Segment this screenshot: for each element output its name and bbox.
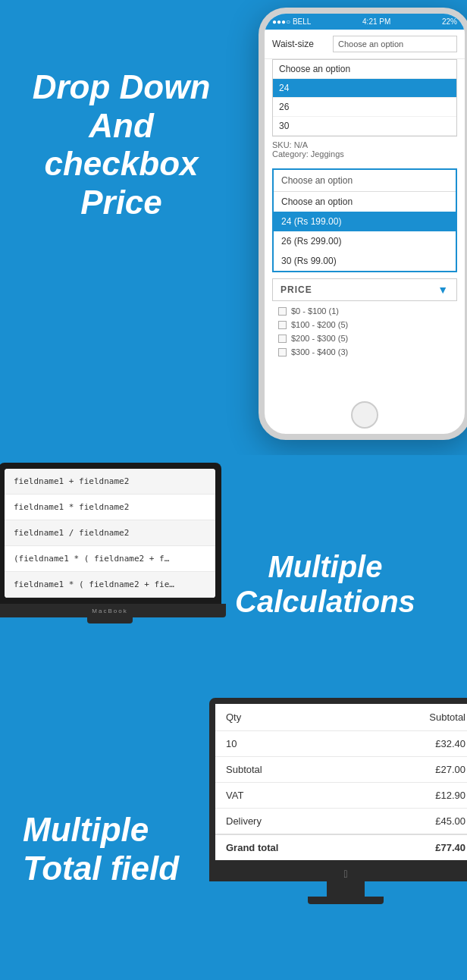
heading-line2: And [89,107,154,144]
laptop-brand: MacBook [92,608,127,614]
monitor-stand-bottom [308,897,384,904]
open-dropdown-header: Choose an option [274,170,456,192]
waist-dropdown-list: Choose an option 24 26 30 [272,59,457,137]
phone-content: Waist-size Choose an option Choose an op… [265,30,465,396]
section-total: Multiple Total field Qty Subtotal 10 £32… [0,713,467,980]
row4-label: Grand total [215,834,362,860]
heading-line3: checkbox [45,145,199,182]
col-qty: Qty [215,704,362,731]
dropdown-item-26[interactable]: 26 [273,98,456,117]
table-row: Delivery £45.00 [215,809,467,835]
open-item-choose[interactable]: Choose an option [274,192,456,212]
category: Category: Jeggings [272,149,457,159]
total-line1: Multiple [23,811,149,848]
price-arrow-icon: ▼ [437,284,449,296]
price-item-0[interactable]: $0 - $100 (1) [272,304,457,318]
price-label: PRICE [281,284,312,295]
monitor-mockup: Qty Subtotal 10 £32.40 Subtotal £27.00 V… [209,698,467,904]
waist-label: Waist-size [272,39,333,49]
phone-status-bar: ●●●○ BELL 4:21 PM 22% [265,14,465,30]
laptop-mockup: fieldname1 + fieldname2 fieldname1 * fie… [0,463,227,623]
row0-value: £32.40 [362,731,468,757]
price-section: PRICE ▼ $0 - $100 (1) $100 - $200 (5) $2… [272,278,457,359]
home-circle [351,401,378,429]
laptop-screen: fieldname1 + fieldname2 fieldname1 * fie… [0,463,221,604]
waist-select-value: Choose an option [338,39,403,49]
laptop-stand [87,617,133,623]
laptop-base: MacBook [0,604,226,617]
heading-line1: Drop Down [33,68,211,105]
code-line-1: fieldname1 * fieldname2 [5,495,215,520]
phone-home-button[interactable] [265,396,465,434]
price-option-1: $100 - $200 (5) [291,320,348,329]
calc-heading: Multiple Calculations [220,534,431,634]
waist-select[interactable]: Choose an option [333,36,457,52]
dropdown-heading: Drop Down And checkbox Price [0,23,235,237]
code-line-2: fieldname1 / fieldname2 [5,520,215,546]
calc-line1: Multiple [268,550,382,583]
waist-size-row: Waist-size Choose an option [265,30,465,59]
battery: 22% [442,17,457,26]
monitor-stand-top [327,881,365,897]
table-row: VAT £12.90 [215,783,467,809]
checkbox-0[interactable] [278,307,287,316]
apple-icon:  [343,868,347,880]
open-dropdown: Choose an option Choose an option 24 (Rs… [272,168,457,272]
row1-value: £27.00 [362,757,468,783]
carrier: ●●●○ BELL [272,17,311,26]
price-option-0: $0 - $100 (1) [291,306,339,316]
sku: SKU: N/A [272,140,457,149]
price-item-1[interactable]: $100 - $200 (5) [272,318,457,331]
price-option-3: $300 - $400 (3) [291,347,348,357]
row3-label: Delivery [215,809,362,835]
laptop-screen-inner: fieldname1 + fieldname2 fieldname1 * fie… [5,469,215,598]
row3-value: £45.00 [362,809,468,835]
row4-value: £77.40 [362,834,468,860]
checkbox-3[interactable] [278,348,287,357]
open-item-24[interactable]: 24 (Rs 199.00) [274,212,456,231]
total-heading: Multiple Total field [0,796,212,903]
row0-label: 10 [215,731,362,757]
phone-mockup: ●●●○ BELL 4:21 PM 22% Waist-size Choose … [259,8,467,440]
monitor-base:  [209,866,467,881]
monitor-screen: Qty Subtotal 10 £32.40 Subtotal £27.00 V… [209,698,467,866]
price-option-2: $200 - $300 (5) [291,334,348,343]
total-line2: Total field [23,850,179,887]
open-item-30[interactable]: 30 (Rs 99.00) [274,251,456,271]
section-calc: fieldname1 + fieldname2 fieldname1 * fie… [0,455,467,713]
table-row: Subtotal £27.00 [215,757,467,783]
section-dropdown: Drop Down And checkbox Price ●●●○ BELL 4… [0,0,467,455]
row1-label: Subtotal [215,757,362,783]
heading-line4: Price [80,184,162,221]
checkbox-1[interactable] [278,321,287,329]
checkbox-2[interactable] [278,335,287,343]
code-line-0: fieldname1 + fieldname2 [5,469,215,495]
col-subtotal: Subtotal [362,704,468,731]
calc-line2: Calculations [235,585,415,618]
price-item-3[interactable]: $300 - $400 (3) [272,345,457,359]
grand-total-row: Grand total £77.40 [215,834,467,860]
dropdown-item-24[interactable]: 24 [273,79,456,98]
code-line-4: fieldname1 * ( fieldname2 + fie… [5,572,215,598]
code-line-3: (fieldname1 * ( fieldname2 + f… [5,546,215,572]
price-item-2[interactable]: $200 - $300 (5) [272,331,457,345]
table-row: 10 £32.40 [215,731,467,757]
sku-info: SKU: N/A Category: Jeggings [265,137,465,162]
price-header[interactable]: PRICE ▼ [272,278,457,301]
row2-label: VAT [215,783,362,809]
dropdown-item-choose[interactable]: Choose an option [273,60,456,79]
total-table: Qty Subtotal 10 £32.40 Subtotal £27.00 V… [215,704,467,860]
open-item-26[interactable]: 26 (Rs 299.00) [274,231,456,251]
row2-value: £12.90 [362,783,468,809]
time: 4:21 PM [362,17,390,26]
dropdown-item-30[interactable]: 30 [273,117,456,136]
